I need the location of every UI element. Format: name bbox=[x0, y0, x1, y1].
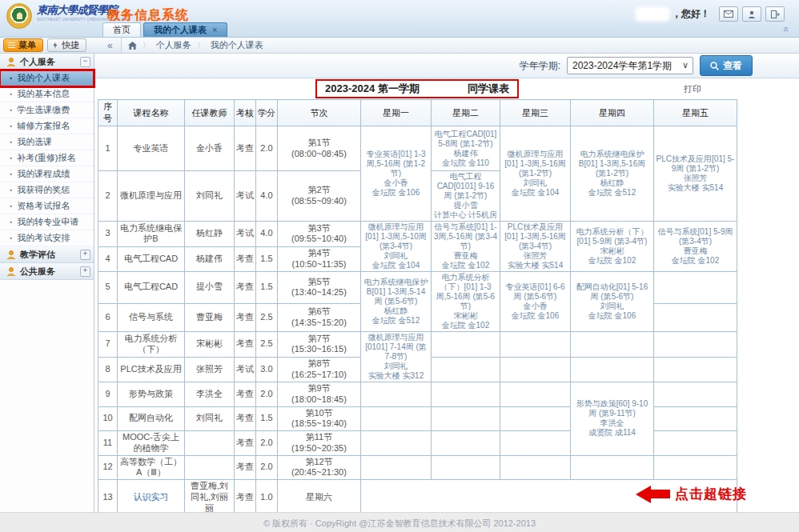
breadcrumb-item-timetable[interactable]: 我的个人课表 bbox=[211, 39, 263, 51]
column-header: 星期一 bbox=[361, 100, 432, 126]
sidebar-item[interactable]: •学生选课缴费 bbox=[0, 102, 94, 118]
timetable-cell: 电力系统分析（下） bbox=[118, 332, 185, 358]
timetable-cell: 11 bbox=[98, 431, 118, 456]
collapse-box-icon[interactable]: − bbox=[80, 57, 90, 67]
timetable-cell: 1.5 bbox=[256, 246, 278, 272]
sidebar-item[interactable]: •我的选课 bbox=[0, 134, 94, 150]
timetable-day-cell: 专业英语[01] 6-6周 (第5-6节) 金小香 金坛院 金106 bbox=[500, 272, 571, 332]
timetable-cell: 2.0 bbox=[256, 126, 278, 171]
timetable-cell: 电气工程CAD bbox=[118, 272, 185, 304]
logout-icon-button[interactable] bbox=[765, 6, 785, 22]
timetable-cell: 电力系统继电保护B bbox=[118, 222, 185, 247]
quick-button[interactable]: 快捷 bbox=[47, 38, 86, 52]
column-header: 考核 bbox=[235, 100, 256, 126]
tab-close-icon[interactable]: × bbox=[212, 23, 217, 37]
sidebar-item[interactable]: •补考(重修)报名 bbox=[0, 150, 94, 166]
timetable-panel: 2023-2024 第一学期 同学课表 打印 序号课程名称任课教师考核学分节次星… bbox=[98, 78, 737, 512]
chevron-down-icon: ∨ bbox=[682, 60, 689, 70]
sidebar-item[interactable]: •我的考试安排 bbox=[0, 230, 94, 246]
sidebar-section-label: 个人服务 bbox=[20, 56, 80, 68]
breadcrumb-separator: 〉 bbox=[143, 40, 151, 51]
breadcrumb-item-personal[interactable]: 个人服务 bbox=[156, 39, 191, 51]
sidebar-section-header[interactable]: 教学评估+ bbox=[0, 246, 94, 263]
timetable-day-cell bbox=[654, 272, 737, 304]
timetable-day-cell: 信号与系统[01] 5-9周 (第3-4节) 曹亚梅 金坛院 金102 bbox=[654, 222, 737, 272]
timetable-day-cell bbox=[432, 406, 500, 431]
filter-bar: 学年学期: 2023-2024学年第1学期 ∨ 查看 bbox=[94, 54, 799, 78]
timetable-cell: 考查 bbox=[235, 332, 256, 358]
timetable-row: 5电气工程CAD提小雪考查1.5第5节 (13:40~14:25)电力系统继电保… bbox=[98, 272, 737, 304]
home-icon[interactable] bbox=[128, 42, 137, 50]
mail-icon bbox=[724, 10, 733, 18]
sidebar-item[interactable]: •资格考试报名 bbox=[0, 198, 94, 214]
school-name: 東南大學成賢學院 SOUTHEAST UNIVERSITY CHENGXIAN … bbox=[37, 5, 110, 22]
mail-icon-button[interactable] bbox=[719, 6, 738, 22]
menu-icon bbox=[8, 42, 15, 49]
sidebar-item-label: 学生选课缴费 bbox=[17, 104, 70, 116]
tab-bar: 首页 我的个人课表 × bbox=[102, 22, 227, 37]
header-row: 序号课程名称任课教师考核学分节次星期一星期二星期三星期四星期五 bbox=[98, 100, 737, 126]
school-name-en: SOUTHEAST UNIVERSITY CHENGXIAN COLLEGE bbox=[37, 18, 110, 22]
school-logo-icon bbox=[6, 3, 32, 29]
sidebar-item-label: 我的转专业申请 bbox=[17, 216, 78, 228]
timetable-day-cell: 微机原理与应用[01] 1-3周,5-10周 (第3-4节) 刘同礼 金坛院 金… bbox=[361, 222, 432, 272]
timetable-cell: 第9节 (18:00~18:45) bbox=[278, 382, 361, 407]
sidebar-menu: 个人服务−•我的个人课表•我的基本信息•学生选课缴费•辅修方案报名•我的选课•补… bbox=[0, 54, 94, 512]
sidebar-item[interactable]: •我的转专业申请 bbox=[0, 214, 94, 230]
bullet-icon: • bbox=[10, 106, 12, 114]
timetable-cell bbox=[185, 455, 235, 480]
expand-box-icon[interactable]: + bbox=[80, 250, 90, 260]
timetable-cell: 第12节 (20:45~21:30) bbox=[278, 455, 361, 480]
timetable-day-cell bbox=[432, 332, 500, 358]
timetable-day-cell bbox=[361, 431, 432, 456]
menu-button[interactable]: 菜单 bbox=[3, 38, 43, 52]
sidebar-item[interactable]: •辅修方案报名 bbox=[0, 118, 94, 134]
username-blurred bbox=[637, 9, 668, 19]
sidebar-section-header[interactable]: 公共服务+ bbox=[0, 263, 94, 280]
sidebar-item-label: 我的选课 bbox=[17, 136, 52, 148]
breadcrumb-separator: 〉 bbox=[197, 40, 205, 51]
sidebar-item[interactable]: •我获得的奖惩 bbox=[0, 182, 94, 198]
print-link[interactable]: 打印 bbox=[684, 83, 701, 95]
sidebar-item[interactable]: •我的基本信息 bbox=[0, 86, 94, 102]
greeting-text: ，您好！ bbox=[672, 7, 710, 21]
timetable-cell bbox=[185, 431, 235, 456]
sidebar-item[interactable]: •我的课程成绩 bbox=[0, 166, 94, 182]
tab-my-timetable[interactable]: 我的个人课表 × bbox=[143, 22, 227, 37]
timetable-cell: 刘同礼 bbox=[185, 171, 235, 222]
sidebar-item[interactable]: •我的个人课表 bbox=[0, 70, 94, 86]
timetable-day-cell: 专业英语[01] 1-3周,5-16周 (第1-2节) 金小香 金坛院 金106 bbox=[361, 126, 432, 222]
timetable-cell: 考查 bbox=[235, 303, 256, 331]
timetable-day-cell: 电气工程CAD[01] 5-8周 (第1-2节) 杨建伟 金坛院 金110 bbox=[432, 126, 500, 171]
timetable-cell: 8 bbox=[98, 357, 118, 382]
timetable-cell: 2.0 bbox=[256, 431, 278, 456]
timetable-day-cell: 微机原理与应用[01] 1-3周,5-16周 (第1-2节) 刘同礼 金坛院 金… bbox=[500, 126, 571, 222]
person-badge-icon bbox=[6, 57, 16, 66]
expand-box-icon[interactable]: + bbox=[80, 266, 90, 277]
timetable-day-cell bbox=[654, 332, 737, 358]
sidebar-item-label: 补考(重修)报名 bbox=[17, 152, 75, 164]
timetable-cell: 提小雪 bbox=[185, 272, 235, 304]
timetable-cell: 形势与政策 bbox=[118, 382, 185, 407]
system-title: 教务信息系统 bbox=[107, 7, 189, 24]
view-button[interactable]: 查看 bbox=[700, 55, 753, 76]
timetable: 序号课程名称任课教师考核学分节次星期一星期二星期三星期四星期五 1专业英语金小香… bbox=[98, 99, 737, 512]
bullet-icon: • bbox=[10, 138, 12, 146]
timetable-cell: 高等数学（工）A（Ⅲ） bbox=[118, 455, 185, 480]
collapse-header-icon[interactable]: « bbox=[781, 26, 792, 32]
timetable-cell: 考查 bbox=[235, 431, 256, 456]
timetable-day-cell bbox=[500, 382, 571, 407]
tab-home[interactable]: 首页 bbox=[102, 22, 141, 37]
timetable-cell: 第2节 (08:55~09:40) bbox=[278, 171, 361, 222]
timetable-cell: 第7节 (15:30~16:15) bbox=[278, 332, 361, 358]
timetable-cell: 张照芳 bbox=[185, 357, 235, 382]
sidebar-collapse-icon[interactable]: « bbox=[107, 40, 113, 51]
timetable-cell: 考试 bbox=[235, 357, 256, 382]
timetable-day-cell: 形势与政策[60] 9-10周 (第9-11节) 李洪全 成贤院 成114 bbox=[571, 382, 654, 456]
sidebar-section-header[interactable]: 个人服务− bbox=[0, 54, 94, 70]
timetable-row: 9形势与政策李洪全考查2.0第9节 (18:00~18:45)形势与政策[60]… bbox=[98, 382, 737, 407]
user-icon-button[interactable] bbox=[742, 6, 761, 22]
semester-select[interactable]: 2023-2024学年第1学期 ∨ bbox=[567, 57, 693, 74]
course-link[interactable]: 认识实习 bbox=[134, 492, 169, 502]
sidebar-item-label: 资格考试报名 bbox=[17, 200, 70, 212]
